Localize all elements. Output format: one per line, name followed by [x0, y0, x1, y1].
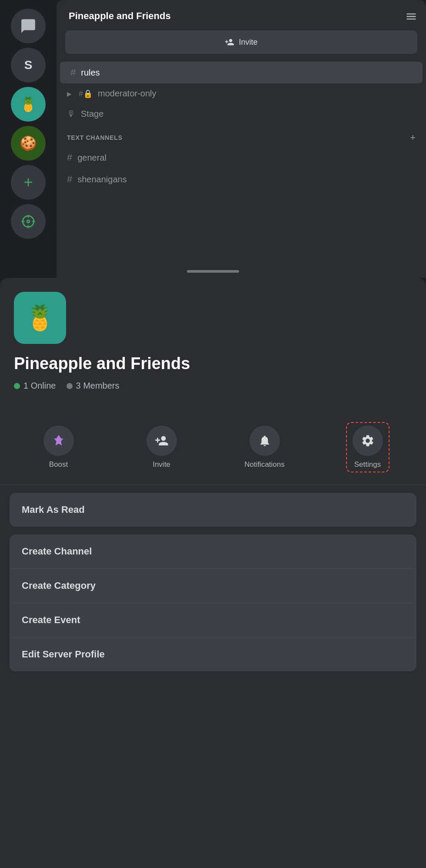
- invite-action-label: Invite: [153, 460, 170, 469]
- settings-action[interactable]: Settings: [346, 422, 389, 472]
- mark-as-read-button[interactable]: Mark As Read: [10, 493, 416, 527]
- svg-point-0: [27, 220, 30, 223]
- arrow-right-icon: ▶: [67, 90, 72, 97]
- member-status: 1 Online 3 Members: [14, 381, 412, 391]
- member-count: 3 Members: [67, 381, 120, 391]
- notifications-label: Notifications: [244, 460, 285, 469]
- channel-name: general: [77, 153, 106, 163]
- drag-handle: [187, 270, 239, 273]
- boost-action[interactable]: Boost: [37, 426, 80, 469]
- server-name-large: Pineapple and Friends: [14, 354, 412, 373]
- settings-label: Settings: [354, 460, 381, 469]
- online-count: 1 Online: [14, 381, 56, 391]
- invite-button[interactable]: Invite: [65, 30, 417, 54]
- text-channels-section-header: TEXT CHANNELS +: [57, 124, 426, 147]
- server-cookie-icon[interactable]: 🍪: [11, 126, 46, 161]
- discover-servers-button[interactable]: [11, 204, 46, 239]
- invite-icon-circle: [146, 426, 177, 456]
- boost-icon-circle: [43, 426, 74, 456]
- boost-label: Boost: [49, 460, 68, 469]
- channel-moderator-only[interactable]: ▶ #🔒 moderator-only: [57, 83, 426, 104]
- online-dot: [14, 383, 20, 389]
- add-server-button[interactable]: +: [11, 165, 46, 200]
- server-title: Pineapple and Friends: [69, 10, 171, 22]
- server-info-area: 🍍 Pineapple and Friends 1 Online 3 Membe…: [0, 278, 426, 413]
- create-channel-button[interactable]: Create Channel: [10, 535, 416, 569]
- mark-as-read-section: Mark As Read: [10, 493, 416, 527]
- section-label: TEXT CHANNELS: [67, 134, 123, 141]
- hash-icon: #: [67, 174, 72, 185]
- create-options-section: Create Channel Create Category Create Ev…: [10, 535, 416, 671]
- channel-name: Stage: [81, 109, 103, 119]
- hash-icon: #: [70, 67, 76, 78]
- invite-action[interactable]: Invite: [140, 426, 183, 469]
- channel-header: Pineapple and Friends ···: [57, 0, 426, 30]
- stage-icon: 🎙: [67, 109, 76, 119]
- create-category-button[interactable]: Create Category: [10, 569, 416, 603]
- lock-hash-icon: #🔒: [79, 89, 93, 99]
- hash-icon: #: [67, 152, 72, 163]
- bottom-sheet: 🍍 Pineapple and Friends 1 Online 3 Membe…: [0, 278, 426, 868]
- server-rail: S 🍍 🍪 +: [0, 0, 57, 278]
- create-event-button[interactable]: Create Event: [10, 603, 416, 637]
- channel-name: shenanigans: [77, 175, 126, 185]
- top-section: S 🍍 🍪 + Pineapple and Friends ···: [0, 0, 426, 278]
- settings-icon-circle: [353, 426, 383, 456]
- server-s-icon[interactable]: S: [11, 48, 46, 83]
- notifications-action[interactable]: Notifications: [243, 426, 286, 469]
- channel-shenanigans[interactable]: # shenanigans: [57, 168, 426, 190]
- notifications-icon-circle: [250, 426, 280, 456]
- hamburger-menu-button[interactable]: [405, 10, 417, 25]
- direct-messages-icon[interactable]: [11, 9, 46, 43]
- invite-label: Invite: [239, 38, 257, 47]
- server-pineapple-icon[interactable]: 🍍: [11, 87, 46, 122]
- edit-server-profile-button[interactable]: Edit Server Profile: [10, 637, 416, 671]
- quick-actions-row: Boost Invite Notifications: [0, 413, 426, 485]
- offline-dot: [67, 383, 73, 389]
- server-icon-large: 🍍: [14, 292, 66, 344]
- channel-name: moderator-only: [98, 89, 156, 99]
- channel-stage[interactable]: 🎙 Stage: [57, 104, 426, 124]
- channel-name: rules: [81, 68, 100, 78]
- channel-panel: Pineapple and Friends ··· Invite # rules…: [57, 0, 426, 278]
- add-channel-button[interactable]: +: [410, 132, 416, 143]
- channel-general[interactable]: # general: [57, 147, 426, 168]
- channel-rules[interactable]: # rules: [60, 62, 423, 83]
